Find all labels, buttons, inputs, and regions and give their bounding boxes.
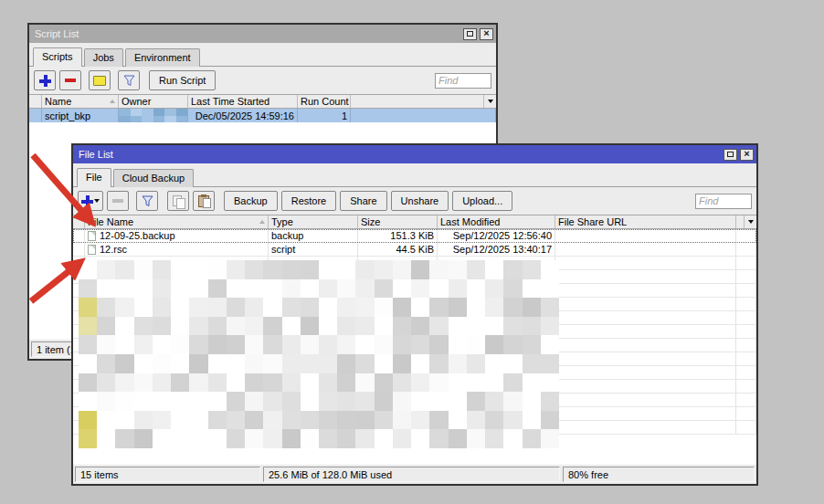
status-text: 80% free [568, 469, 608, 480]
file-icon [88, 245, 96, 255]
close-button[interactable]: × [480, 28, 493, 40]
minus-icon [112, 199, 123, 203]
empty-cell [736, 366, 756, 379]
restore-button[interactable]: Restore [281, 191, 337, 211]
window-title: Script List [35, 28, 460, 39]
empty-cell [736, 257, 756, 269]
status-items: 15 items [75, 467, 260, 482]
maximize-button[interactable] [463, 28, 477, 40]
column-header-file-share-url[interactable]: File Share URL [555, 215, 736, 228]
file-name-cell: 12.rsc [85, 243, 269, 256]
close-button[interactable]: × [740, 149, 754, 161]
empty-cell [555, 298, 736, 310]
file-icon [88, 231, 96, 241]
column-label: File Name [88, 216, 133, 227]
empty-cell [555, 380, 736, 393]
chevron-down-icon [748, 220, 754, 224]
upload-button[interactable]: Upload... [452, 191, 512, 211]
column-label: Run Count [301, 96, 349, 107]
column-label: File Share URL [558, 216, 627, 227]
status-usage: 25.6 MiB of 128.0 MiB used [263, 467, 560, 482]
tab-label: Cloud Backup [122, 173, 185, 184]
file-table-header: File Name Type Size Last Modified File S… [73, 215, 756, 229]
type-cell: script [269, 243, 358, 256]
status-text: 25.6 MiB of 128.0 MiB used [269, 469, 392, 480]
backup-button[interactable]: Backup [224, 191, 278, 211]
filter-button[interactable] [118, 70, 140, 90]
last-modified-cell: Sep/12/2025 13:40:17 [438, 243, 555, 256]
empty-cell [736, 352, 756, 365]
row-spacer [29, 109, 42, 122]
column-header-file-name[interactable]: File Name [85, 215, 269, 228]
empty-cell [736, 298, 756, 310]
table-row[interactable]: script_bkp Dec/05/2025 14:59:16 1 [29, 109, 496, 122]
status-text: 15 items [80, 469, 119, 480]
tab-scripts[interactable]: Scripts [33, 47, 82, 67]
column-label: Last Modified [440, 216, 500, 227]
empty-cell [736, 394, 756, 406]
row-filler [736, 229, 756, 242]
table-row[interactable]: 12.rsc script 44.5 KiB Sep/12/2025 13:40… [73, 243, 756, 257]
unshare-button[interactable]: Unshare [391, 191, 449, 211]
paste-button[interactable] [193, 191, 215, 211]
type-cell: backup [269, 229, 358, 242]
filter-icon [123, 75, 135, 87]
file-list-window: File List × File Cloud Backup Backup Res… [71, 143, 758, 486]
button-label: Share [350, 195, 376, 206]
add-dropdown-button[interactable] [78, 191, 103, 211]
tab-label: Jobs [93, 52, 114, 63]
file-list-titlebar[interactable]: File List × [73, 145, 756, 163]
find-input[interactable] [695, 194, 752, 209]
note-icon [93, 76, 106, 86]
script-list-titlebar[interactable]: Script List × [29, 25, 496, 43]
tab-cloud-backup[interactable]: Cloud Backup [113, 169, 195, 187]
chevron-down-icon [94, 199, 100, 203]
redacted-region [79, 260, 559, 448]
empty-cell [736, 270, 756, 283]
row-filler [351, 109, 496, 122]
column-header-size[interactable]: Size [358, 215, 438, 228]
add-button[interactable] [34, 70, 56, 90]
script-list-toolbar: Run Script [29, 67, 496, 94]
remove-button[interactable] [59, 70, 81, 90]
script-name-cell: script_bkp [42, 109, 119, 122]
column-header-run-count[interactable]: Run Count [298, 95, 351, 108]
column-header-type[interactable]: Type [269, 215, 358, 228]
empty-cell [736, 325, 756, 338]
copy-icon [173, 195, 185, 207]
remove-button-disabled[interactable] [107, 191, 129, 211]
column-chooser-button[interactable] [744, 215, 756, 228]
empty-cell [555, 421, 736, 434]
empty-cell [555, 352, 736, 365]
tab-jobs[interactable]: Jobs [84, 48, 123, 67]
empty-cell [736, 380, 756, 393]
tab-environment[interactable]: Environment [125, 48, 200, 67]
share-button[interactable]: Share [340, 191, 386, 211]
table-row[interactable]: 12-09-25.backup backup 151.3 KiB Sep/12/… [73, 229, 756, 243]
paste-icon [198, 195, 209, 207]
filter-button[interactable] [136, 191, 158, 211]
file-list-tabbar: File Cloud Backup [73, 163, 756, 187]
empty-cell [736, 421, 756, 434]
column-label: Last Time Started [191, 96, 269, 107]
run-count-cell: 1 [298, 109, 351, 122]
column-header-owner[interactable]: Owner [119, 95, 188, 108]
maximize-button[interactable] [724, 149, 737, 161]
column-header-last-time-started[interactable]: Last Time Started [188, 95, 298, 108]
comment-button[interactable] [89, 70, 111, 90]
file-name-cell: 12-09-25.backup [85, 229, 269, 242]
column-header-name[interactable]: Name [42, 95, 119, 108]
empty-cell [555, 284, 736, 297]
column-chooser-button[interactable] [483, 95, 496, 108]
empty-cell [555, 270, 736, 283]
copy-button-disabled[interactable] [167, 191, 189, 211]
file-list-statusbar: 15 items 25.6 MiB of 128.0 MiB used 80% … [73, 464, 756, 484]
close-icon: × [744, 149, 749, 159]
run-script-button[interactable]: Run Script [149, 70, 216, 90]
tab-file[interactable]: File [77, 168, 111, 187]
find-input[interactable] [435, 73, 491, 89]
file-name: 12.rsc [100, 244, 127, 255]
script-list-tabbar: Scripts Jobs Environment [29, 43, 496, 67]
empty-cell [555, 394, 736, 406]
column-header-last-modified[interactable]: Last Modified [438, 215, 555, 228]
